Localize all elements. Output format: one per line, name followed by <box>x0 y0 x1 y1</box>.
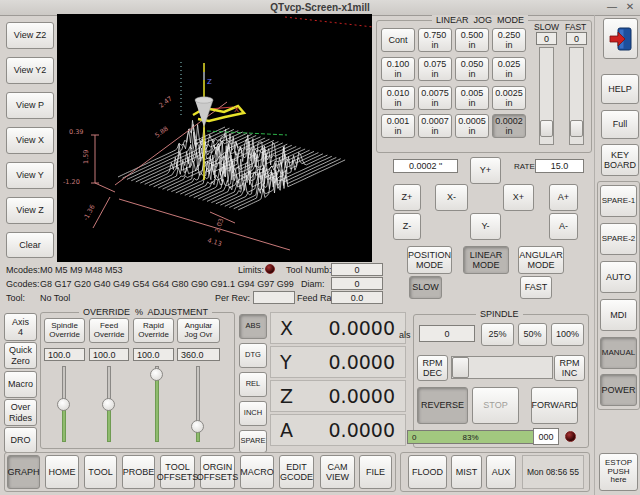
minimize-icon[interactable]: — <box>606 0 618 14</box>
inch-button[interactable]: INCH <box>239 401 267 426</box>
view-y-button[interactable]: View Y <box>6 162 54 189</box>
slider-handle[interactable] <box>102 398 115 411</box>
spindle-at-speed-bar: 0 83% <box>407 430 534 444</box>
rapid-override-slider[interactable] <box>150 366 164 442</box>
power-button[interactable]: POWER <box>600 374 637 406</box>
tab-macro[interactable]: MACRO <box>240 455 274 489</box>
slider-handle[interactable] <box>150 368 163 381</box>
spindle-forward-button[interactable]: FORWARD <box>531 387 578 424</box>
slow-scale-handle[interactable] <box>540 120 553 137</box>
overrides-button[interactable]: Over Rides <box>4 399 37 426</box>
abs-button[interactable]: ABS <box>239 314 267 339</box>
jog-increment-button[interactable]: 0.750 in <box>418 28 452 52</box>
mdi-button[interactable]: MDI <box>600 299 637 331</box>
rel-button[interactable]: REL <box>239 372 267 397</box>
angular-jog-override-value: 360.0 <box>177 348 220 361</box>
spindle-stop-button[interactable]: STOP <box>472 387 519 424</box>
jog-increment-button[interactable]: 0.001 in <box>381 114 415 138</box>
clear-button[interactable]: Clear <box>6 232 54 258</box>
slider-handle[interactable] <box>57 398 70 411</box>
axis-4-button[interactable]: Axis 4 <box>4 313 37 341</box>
spindle-reverse-button[interactable]: REVERSE <box>417 387 468 424</box>
tool-value: No Tool <box>40 293 70 303</box>
slider-handle[interactable] <box>191 420 204 433</box>
jog-increment-button[interactable]: 0.0075 in <box>418 86 452 110</box>
keyboard-button[interactable]: KEY BOARD <box>601 144 639 176</box>
jog-z-minus-button[interactable]: Z- <box>393 213 421 240</box>
tab-graph[interactable]: GRAPH <box>7 455 40 489</box>
view-y2-button[interactable]: View Y2 <box>6 57 54 84</box>
jog-x-minus-button[interactable]: X- <box>435 184 468 211</box>
jog-z-plus-button[interactable]: Z+ <box>393 184 421 211</box>
tab-tool[interactable]: TOOL <box>84 455 117 489</box>
flood-button[interactable]: FLOOD <box>408 455 447 489</box>
jog-increment-button[interactable]: 0.0005 in <box>455 114 489 138</box>
jog-increment-button[interactable]: 0.050 in <box>455 57 489 81</box>
jog-increment-button[interactable]: 0.0007 in <box>418 114 452 138</box>
spare-dro-button[interactable]: SPARE <box>239 430 267 453</box>
tab-cam-view[interactable]: CAM VIEW <box>320 455 355 489</box>
jog-y-minus-button[interactable]: Y- <box>470 213 501 240</box>
view-p-button[interactable]: View P <box>6 92 54 119</box>
jog-x-plus-button[interactable]: X+ <box>503 184 534 211</box>
close-icon[interactable]: ✕ <box>624 0 636 14</box>
estop-button[interactable]: ESTOP PUSH here <box>599 453 638 491</box>
spare-1-button[interactable]: SPARE-1 <box>600 185 637 217</box>
tab-file[interactable]: FILE <box>359 455 392 489</box>
jog-increment-button[interactable]: 0.005 in <box>455 86 489 110</box>
linear-mode-button[interactable]: LINEAR MODE <box>463 246 509 274</box>
spindle-50pct-button[interactable]: 50% <box>518 323 547 346</box>
spindle-25pct-button[interactable]: 25% <box>481 323 514 346</box>
fast-scale-handle[interactable] <box>570 120 583 137</box>
slow-button[interactable]: SLOW <box>409 276 442 299</box>
quick-zero-button[interactable]: Quick Zero <box>4 342 37 369</box>
mist-button[interactable]: MIST <box>451 455 482 489</box>
aux-button[interactable]: AUX <box>486 455 516 489</box>
jog-increment-cont[interactable]: Cont <box>381 28 415 52</box>
jog-increment-button[interactable]: 0.250 in <box>492 28 526 52</box>
view-x-button[interactable]: View X <box>6 127 54 154</box>
jog-increment-button-selected[interactable]: 0.0002 in <box>492 114 526 138</box>
jog-increment-button[interactable]: 0.075 in <box>418 57 452 81</box>
diam-label: Diam: <box>301 279 325 289</box>
jog-increment-button[interactable]: 0.025 in <box>492 57 526 81</box>
fast-button[interactable]: FAST <box>520 276 552 299</box>
view-z-button[interactable]: View Z <box>6 197 54 224</box>
view-z2-button[interactable]: View Z2 <box>6 22 54 49</box>
rpm-inc-button[interactable]: RPM INC <box>554 355 585 381</box>
tab-orgin-offsets[interactable]: ORGIN OFFSETS <box>200 455 235 489</box>
jog-y-plus-button[interactable]: Y+ <box>470 157 501 184</box>
spindle-rpm-spinbox[interactable]: 000 <box>533 428 559 445</box>
tab-probe[interactable]: PROBE <box>122 455 155 489</box>
jog-a-plus-button[interactable]: A+ <box>549 184 578 211</box>
tab-tool-offsets[interactable]: TOOL OFFSETS <box>160 455 195 489</box>
svg-text:-1.20: -1.20 <box>63 178 80 186</box>
spindle-rpm-handle[interactable] <box>452 357 469 378</box>
jog-a-minus-button[interactable]: A- <box>549 213 578 240</box>
spindle-100pct-button[interactable]: 100% <box>551 323 584 346</box>
spindle-override-slider[interactable] <box>57 366 71 442</box>
rpm-dec-button[interactable]: RPM DEC <box>417 355 448 381</box>
gcode-preview[interactable]: 0.391.59-1.20-1.365.882.474.132.03XZ <box>57 14 372 262</box>
auto-button[interactable]: AUTO <box>600 261 637 293</box>
tab-edit-gcode[interactable]: EDIT GCODE <box>279 455 314 489</box>
feed-override-slider[interactable] <box>102 366 116 442</box>
manual-button[interactable]: MANUAL <box>600 337 637 369</box>
help-button[interactable]: HELP <box>601 74 639 104</box>
jog-increment-button[interactable]: 0.500 in <box>455 28 489 52</box>
full-button[interactable]: Full <box>601 110 639 139</box>
position-mode-button[interactable]: POSITION MODE <box>407 246 452 274</box>
dro-axis-y: Y0.0000 <box>270 346 406 378</box>
spare-2-button[interactable]: SPARE-2 <box>600 223 637 255</box>
angular-mode-button[interactable]: ANGULAR MODE <box>518 246 564 274</box>
shutdown-button[interactable] <box>603 18 638 59</box>
macro-side-button[interactable]: Macro <box>4 371 37 398</box>
jog-increment-button[interactable]: 0.100 in <box>381 57 415 81</box>
jog-increment-button[interactable]: 0.0025 in <box>492 86 526 110</box>
dro-button[interactable]: DRO <box>4 427 37 453</box>
dtg-button[interactable]: DTG <box>239 343 267 368</box>
jog-increment-button[interactable]: 0.010 in <box>381 86 415 110</box>
tab-home[interactable]: HOME <box>45 455 79 489</box>
angular-jog-slider[interactable] <box>191 366 205 442</box>
svg-text:0.39: 0.39 <box>69 128 83 136</box>
